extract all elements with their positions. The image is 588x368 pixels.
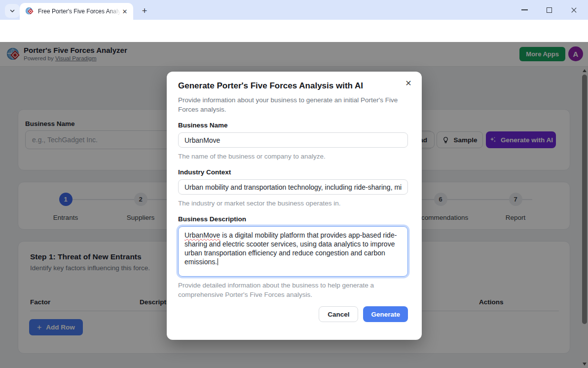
text-caret [218, 258, 218, 265]
browser-titlebar: Free Porter's Five Forces Analyz ✕ + [0, 0, 588, 20]
generate-button[interactable]: Generate [363, 306, 408, 322]
modal-title: Generate Porter's Five Forces Analysis w… [178, 81, 408, 91]
modal-description-label: Business Description [178, 215, 408, 223]
window-controls [519, 0, 584, 20]
close-icon [571, 7, 577, 13]
window-minimize-button[interactable] [519, 4, 530, 15]
modal-business-name-input[interactable] [178, 132, 408, 148]
modal-business-name-label: Business Name [178, 122, 408, 129]
browser-toolbar: ai-toolbox.visual-paradigm.com/app/porte… [0, 20, 588, 42]
generate-ai-modal: Generate Porter's Five Forces Analysis w… [167, 72, 422, 340]
modal-description-textarea[interactable]: UrbanMove is a digital mobility platform… [178, 226, 408, 277]
tab-close-icon[interactable]: ✕ [120, 7, 129, 16]
modal-industry-helper: The industry or market sector the busine… [178, 199, 408, 208]
tab-search-button[interactable] [5, 4, 20, 18]
site-favicon-icon [26, 7, 34, 15]
cancel-button[interactable]: Cancel [319, 306, 358, 322]
modal-close-icon[interactable]: ✕ [403, 78, 414, 88]
minimize-icon [521, 9, 528, 10]
window-maximize-button[interactable] [544, 4, 554, 15]
modal-subtitle: Provide information about your business … [178, 95, 399, 114]
new-tab-button[interactable]: + [138, 4, 151, 17]
modal-business-name-helper: The name of the business or company to a… [178, 152, 408, 161]
modal-industry-input[interactable] [178, 179, 408, 195]
tab-title: Free Porter's Five Forces Analyz [38, 8, 120, 15]
maximize-icon [547, 7, 552, 13]
modal-industry-label: Industry Context [178, 168, 408, 176]
chevron-down-icon [9, 8, 15, 14]
window-close-button[interactable] [568, 4, 579, 15]
modal-description-helper: Provide detailed information about the b… [178, 281, 408, 299]
browser-tab[interactable]: Free Porter's Five Forces Analyz ✕ [20, 3, 133, 20]
